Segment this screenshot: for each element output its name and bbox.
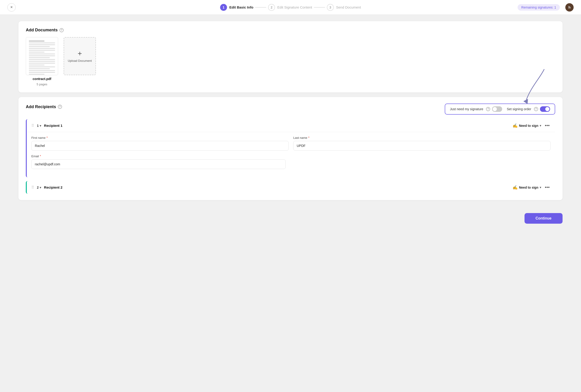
close-icon: × — [10, 5, 13, 10]
firstname-required: * — [46, 136, 47, 140]
recipient-1-email-label: Email * — [31, 154, 286, 158]
recipient-1-firstname-group: First name * — [31, 136, 289, 150]
add-documents-title: Add Documents ? — [26, 28, 555, 32]
recipient-2-action-button[interactable]: ✍️ Need to sign ▾ — [513, 185, 541, 190]
step-connector-1 — [255, 7, 266, 8]
header: × 1 Edit Basic Info 2 Edit Signature Con… — [0, 0, 581, 15]
document-lines — [27, 39, 56, 75]
recipient-2-right: ✍️ Need to sign ▾ ••• — [513, 185, 551, 190]
sign-icon-2: ✍️ — [513, 185, 518, 190]
recipient-1-body: First name * Last name * — [27, 132, 555, 177]
main-content: Add Documents ? — [0, 15, 581, 209]
recipient-1-lastname-label: Last name * — [293, 136, 551, 140]
recipient-1-firstname-input[interactable] — [31, 141, 289, 150]
add-recipients-title: Add Recipients ? — [26, 104, 62, 109]
recipient-1-number: 1 — [37, 124, 39, 128]
step-1[interactable]: 1 Edit Basic Info — [220, 4, 253, 11]
just-my-signature-label: Just need my signature — [450, 107, 483, 111]
lastname-required: * — [308, 136, 309, 140]
recipient-2-more-button[interactable]: ••• — [544, 185, 551, 190]
recipient-1-firstname-label: First name * — [31, 136, 289, 140]
recipient-1-name-row: First name * Last name * — [31, 136, 551, 150]
set-signing-order-help-icon[interactable]: ? — [534, 107, 538, 111]
recipient-1-card: ⠿ 1 ▾ Recipient 1 ✍️ Need to sign ▾ ••• — [26, 119, 555, 177]
recipient-1-email-input[interactable] — [31, 159, 286, 169]
document-pages: 5 pages — [37, 82, 47, 86]
footer-actions: Continue — [0, 209, 581, 229]
recipient-2-header: ⠿ 2 ▾ Recipient 2 ✍️ Need to sign ▾ ••• — [27, 181, 555, 194]
upload-document-button[interactable]: + Upload Document — [64, 37, 96, 75]
email-required: * — [40, 154, 41, 158]
recipient-2-number-chevron: ▾ — [40, 186, 41, 189]
add-recipients-help-icon[interactable]: ? — [58, 105, 62, 109]
document-thumbnail[interactable]: contract.pdf 5 pages — [26, 37, 58, 86]
recipient-2-action-chevron: ▾ — [540, 186, 541, 189]
step-2-label: Edit Signature Content — [277, 5, 312, 9]
header-right: Remaining signatures: 1 h — [518, 3, 574, 12]
just-my-signature-thumb — [493, 107, 497, 111]
add-documents-help-icon[interactable]: ? — [59, 28, 64, 32]
remaining-signatures-badge: Remaining signatures: 1 — [518, 4, 560, 10]
recipients-header: Add Recipients ? Just need my signature … — [26, 104, 555, 114]
set-signing-order-label: Set signing order — [507, 107, 531, 111]
step-2-circle: 2 — [268, 4, 275, 11]
document-name: contract.pdf — [33, 77, 51, 81]
just-my-signature-toggle-item: Just need my signature ? — [450, 106, 502, 112]
recipient-1-header: ⠿ 1 ▾ Recipient 1 ✍️ Need to sign ▾ ••• — [27, 119, 555, 132]
toggle-group: Just need my signature ? Set signing ord… — [445, 104, 555, 114]
step-2[interactable]: 2 Edit Signature Content — [268, 4, 312, 11]
continue-button[interactable]: Continue — [525, 213, 563, 224]
recipient-2-left: ⠿ 2 ▾ Recipient 2 — [31, 185, 62, 190]
step-3-label: Send Document — [336, 5, 361, 9]
step-1-label: Edit Basic Info — [229, 5, 253, 9]
documents-row: contract.pdf 5 pages + Upload Document — [26, 37, 555, 86]
add-documents-card: Add Documents ? — [18, 21, 563, 92]
step-1-circle: 1 — [220, 4, 227, 11]
upload-plus-icon: + — [78, 50, 82, 57]
just-my-signature-help-icon[interactable]: ? — [486, 107, 490, 111]
recipient-1-email-row: Email * — [31, 154, 551, 169]
recipient-2-card: ⠿ 2 ▾ Recipient 2 ✍️ Need to sign ▾ ••• — [26, 181, 555, 194]
recipient-1-name: Recipient 1 — [44, 124, 62, 128]
recipient-1-lastname-group: Last name * — [293, 136, 551, 150]
upload-label: Upload Document — [68, 59, 92, 62]
recipient-2-name: Recipient 2 — [44, 186, 62, 189]
recipient-1-number-selector[interactable]: 1 ▾ — [37, 124, 41, 128]
sign-icon: ✍️ — [513, 123, 518, 128]
recipient-1-action-button[interactable]: ✍️ Need to sign ▾ — [513, 123, 541, 128]
recipient-1-right: ✍️ Need to sign ▾ ••• — [513, 123, 551, 128]
set-signing-order-thumb — [545, 107, 550, 111]
recipient-1-number-chevron: ▾ — [40, 124, 41, 128]
recipient-1-drag-handle[interactable]: ⠿ — [31, 123, 34, 128]
just-my-signature-toggle[interactable] — [492, 106, 502, 112]
recipient-2-number: 2 — [37, 186, 39, 189]
step-connector-2 — [314, 7, 325, 8]
recipient-1-left: ⠿ 1 ▾ Recipient 1 — [31, 123, 62, 128]
stepper: 1 Edit Basic Info 2 Edit Signature Conte… — [220, 4, 361, 11]
avatar[interactable]: h — [565, 3, 574, 12]
set-signing-order-toggle-item: Set signing order ? — [507, 106, 550, 112]
recipient-2-drag-handle[interactable]: ⠿ — [31, 185, 34, 190]
recipient-2-action-label: Need to sign — [519, 186, 538, 189]
recipient-1-lastname-input[interactable] — [293, 141, 551, 150]
add-recipients-card: Add Recipients ? Just need my signature … — [18, 97, 563, 200]
step-3[interactable]: 3 Send Document — [327, 4, 361, 11]
recipient-1-action-chevron: ▾ — [540, 124, 541, 127]
document-preview — [26, 37, 58, 75]
recipient-2-number-selector[interactable]: 2 ▾ — [37, 186, 41, 189]
step-3-circle: 3 — [327, 4, 334, 11]
recipient-1-email-group: Email * — [31, 154, 286, 169]
recipient-1-action-label: Need to sign — [519, 124, 538, 128]
set-signing-order-toggle[interactable] — [540, 106, 550, 112]
recipient-1-more-button[interactable]: ••• — [544, 123, 551, 128]
close-button[interactable]: × — [7, 3, 16, 12]
